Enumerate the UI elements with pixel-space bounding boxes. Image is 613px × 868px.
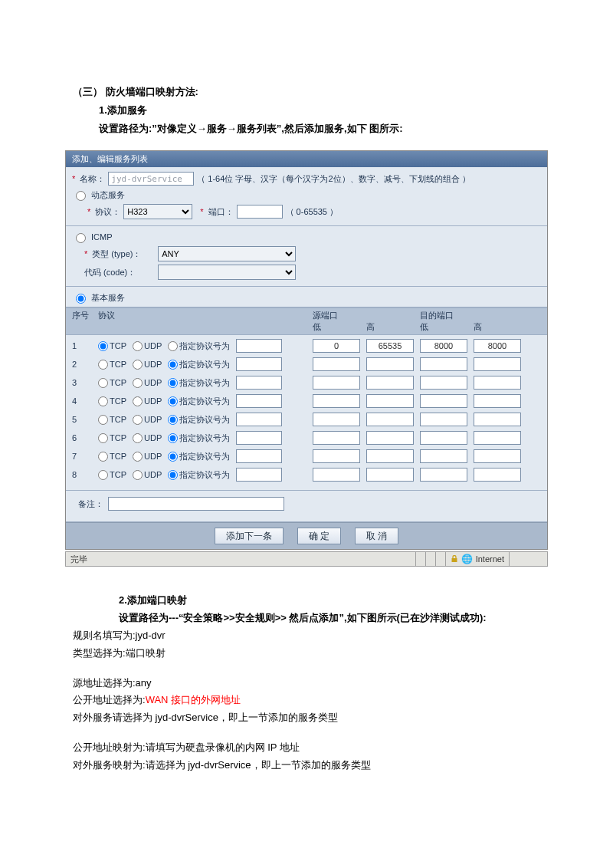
udp-radio[interactable] — [133, 433, 143, 443]
ok-button[interactable]: 确 定 — [297, 528, 341, 544]
required-star: * — [72, 174, 75, 183]
intro-text: （三） 防火墙端口映射方法: 1.添加服务 设置路径为:”对像定义→服务→服务列… — [73, 84, 540, 136]
udp-radio[interactable] — [133, 378, 143, 388]
dst-port-high[interactable] — [474, 449, 521, 463]
row-seq: 5 — [72, 415, 98, 424]
dst-port-high[interactable] — [474, 468, 521, 482]
custom-proto-radio[interactable] — [168, 433, 178, 443]
table-row: 8TCPUDP指定协议号为 — [66, 465, 547, 484]
custom-proto-radio[interactable] — [168, 452, 178, 462]
custom-proto-field[interactable] — [236, 468, 282, 482]
dst-port-high[interactable] — [474, 376, 521, 390]
dst-port-high[interactable] — [474, 413, 521, 426]
dst-port-low[interactable] — [420, 394, 467, 408]
section-heading: （三） 防火墙端口映射方法: — [73, 84, 540, 100]
src-port-high[interactable] — [366, 413, 414, 426]
tcp-radio[interactable] — [98, 341, 108, 351]
col-dst: 目的端口 — [420, 310, 527, 321]
src-port-high[interactable] — [366, 431, 414, 445]
custom-proto-field[interactable] — [236, 431, 282, 445]
src-port-low[interactable] — [313, 376, 360, 390]
tcp-radio[interactable] — [98, 470, 108, 480]
custom-proto-field[interactable] — [236, 413, 282, 426]
src-port-low[interactable] — [313, 357, 360, 371]
table-row: 2TCPUDP指定协议号为 — [66, 355, 547, 373]
type-select[interactable]: ANY — [158, 246, 296, 261]
tcp-radio[interactable] — [98, 415, 108, 425]
protocol-radios: TCPUDP指定协议号为 — [98, 413, 313, 426]
udp-radio[interactable] — [133, 396, 143, 406]
table-body: 1TCPUDP指定协议号为2TCPUDP指定协议号为3TCPUDP指定协议号为4… — [66, 335, 547, 490]
custom-proto-radio[interactable] — [168, 470, 178, 480]
src-port-high[interactable] — [366, 357, 414, 371]
custom-proto-field[interactable] — [236, 394, 282, 408]
dst-port-high[interactable] — [474, 394, 521, 408]
code-label: 代码 (code)： — [84, 267, 155, 278]
dst-port-low[interactable] — [420, 413, 467, 426]
port-field[interactable] — [237, 205, 283, 219]
globe-icon: 🌐 — [461, 554, 473, 564]
remark-field[interactable] — [108, 497, 284, 511]
udp-radio[interactable] — [133, 470, 143, 480]
custom-proto-radio[interactable] — [168, 378, 178, 388]
col-seq: 序号 — [72, 310, 98, 321]
dst-port-low[interactable] — [420, 449, 467, 463]
dst-port-low[interactable] — [420, 357, 467, 371]
src-port-low[interactable] — [313, 339, 360, 353]
custom-proto-field[interactable] — [236, 339, 282, 353]
src-port-low[interactable] — [313, 431, 360, 445]
intro-line-2: 设置路径为:”对像定义→服务→服务列表”,然后添加服务,如下 图所示: — [73, 121, 540, 136]
src-port-high[interactable] — [366, 376, 414, 390]
src-port-high[interactable] — [366, 449, 414, 463]
udp-radio[interactable] — [133, 452, 143, 462]
ie-status-text: 完毕 — [66, 554, 415, 565]
add-next-button[interactable]: 添加下一条 — [215, 528, 284, 544]
src-port-low[interactable] — [313, 394, 360, 408]
custom-proto-radio[interactable] — [168, 360, 178, 370]
outro-l5: 对外服务请选择为 jyd-dvrService，即上一节添加的服务类型 — [73, 710, 540, 726]
dynamic-service-label: 动态服务 — [91, 189, 125, 201]
custom-proto-radio[interactable] — [168, 396, 178, 406]
tcp-radio[interactable] — [98, 433, 108, 443]
tcp-radio[interactable] — [98, 360, 108, 370]
code-select[interactable] — [158, 265, 296, 280]
lock-icon — [451, 555, 458, 563]
dynamic-service-radio[interactable] — [76, 191, 86, 201]
src-port-high[interactable] — [366, 339, 414, 353]
outro-l1: 规则名填写为:jyd-dvr — [73, 628, 540, 644]
custom-proto-radio[interactable] — [168, 415, 178, 425]
dst-port-high[interactable] — [474, 357, 521, 371]
intro-line-1: 1.添加服务 — [73, 103, 540, 118]
tcp-radio[interactable] — [98, 378, 108, 388]
udp-radio[interactable] — [133, 360, 143, 370]
dst-port-low[interactable] — [420, 431, 467, 445]
icmp-radio[interactable] — [76, 233, 86, 243]
src-port-high[interactable] — [366, 468, 414, 482]
udp-radio[interactable] — [133, 341, 143, 351]
type-label: 类型 (type)： — [92, 248, 155, 260]
tcp-radio[interactable] — [98, 452, 108, 462]
custom-proto-radio[interactable] — [168, 341, 178, 351]
col-dst-lo: 低 — [420, 321, 474, 333]
dst-port-low[interactable] — [420, 339, 467, 353]
src-port-low[interactable] — [313, 468, 360, 482]
basic-service-radio[interactable] — [76, 294, 86, 304]
src-port-low[interactable] — [313, 449, 360, 463]
tcp-radio[interactable] — [98, 396, 108, 406]
udp-radio[interactable] — [133, 415, 143, 425]
custom-proto-field[interactable] — [236, 449, 282, 463]
custom-proto-field[interactable] — [236, 357, 282, 371]
src-port-high[interactable] — [366, 394, 414, 408]
dst-port-low[interactable] — [420, 468, 467, 482]
name-field[interactable] — [108, 172, 194, 186]
cancel-button[interactable]: 取 消 — [355, 528, 398, 544]
outro-h1: 2.添加端口映射 — [73, 593, 540, 609]
custom-proto-field[interactable] — [236, 376, 282, 390]
src-port-low[interactable] — [313, 413, 360, 426]
dst-port-high[interactable] — [474, 339, 521, 353]
dst-port-low[interactable] — [420, 376, 467, 390]
protocol-select[interactable]: H323 — [123, 204, 192, 219]
row-seq: 2 — [72, 360, 98, 369]
dst-port-high[interactable] — [474, 431, 521, 445]
protocol-radios: TCPUDP指定协议号为 — [98, 394, 313, 408]
